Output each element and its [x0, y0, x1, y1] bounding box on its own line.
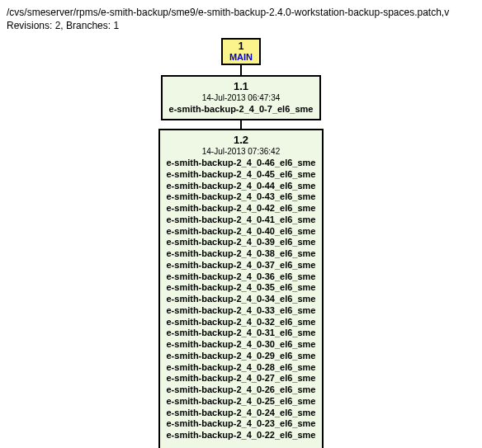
revision-tag: e-smith-backup-2_4_0-26_el6_sme: [167, 384, 316, 396]
branch-main-node: 1 MAIN: [221, 38, 261, 65]
revision-tag: e-smith-backup-2_4_0-39_el6_sme: [167, 237, 316, 248]
branch-number: 1: [229, 41, 253, 52]
file-path: /cvs/smeserver/rpms/e-smith-backup/sme9/…: [7, 7, 475, 18]
revision-tag-list: e-smith-backup-2_4_0-46_el6_smee-smith-b…: [167, 158, 316, 441]
revision-tag: e-smith-backup-2_4_0-38_el6_sme: [167, 248, 316, 260]
revision-tag: e-smith-backup-2_4_0-24_el6_sme: [167, 408, 316, 419]
revision-tag: e-smith-backup-2_4_0-37_el6_sme: [167, 260, 316, 271]
revision-tag: e-smith-backup-2_4_0-7_el6_sme: [169, 104, 314, 116]
revision-tag: e-smith-backup-2_4_0-29_el6_sme: [167, 351, 316, 362]
revision-tag: e-smith-backup-2_4_0-22_el6_sme: [167, 430, 316, 441]
revision-date: 14-Jul-2013 07:36:42: [167, 147, 316, 156]
revision-tag: e-smith-backup-2_4_0-34_el6_sme: [167, 294, 316, 305]
revision-tag: e-smith-backup-2_4_0-40_el6_sme: [167, 226, 316, 238]
revision-tag: e-smith-backup-2_4_0-28_el6_sme: [167, 362, 316, 374]
revision-tag: e-smith-backup-2_4_0-32_el6_sme: [167, 317, 316, 328]
revision-graph: 1 MAIN 1.1 14-Jul-2013 06:47:34 e-smith-…: [7, 38, 475, 448]
revision-tag: e-smith-backup-2_4_0-25_el6_sme: [167, 396, 316, 408]
revision-tag: e-smith-backup-2_4_0-27_el6_sme: [167, 373, 316, 384]
revision-1-2-node: 1.2 14-Jul-2013 07:36:42 e-smith-backup-…: [158, 129, 324, 448]
revision-title: 1.2: [167, 134, 316, 146]
connector: [240, 120, 242, 129]
revision-tag: e-smith-backup-2_4_0-46_el6_sme: [167, 158, 316, 169]
revision-tag: e-smith-backup-2_4_0-43_el6_sme: [167, 191, 316, 203]
revision-tag: e-smith-backup-2_4_0-42_el6_sme: [167, 203, 316, 215]
revision-tag: e-smith-backup-2_4_0-41_el6_sme: [167, 215, 316, 226]
revisions-meta: Revisions: 2, Branches: 1: [7, 20, 475, 31]
revision-tag: e-smith-backup-2_4_0-45_el6_sme: [167, 169, 316, 181]
revision-tag: e-smith-backup-2_4_0-23_el6_sme: [167, 418, 316, 430]
revision-1-1-node: 1.1 14-Jul-2013 06:47:34 e-smith-backup-…: [161, 75, 322, 120]
revision-tag: e-smith-backup-2_4_0-33_el6_sme: [167, 305, 316, 317]
revision-date: 14-Jul-2013 06:47:34: [169, 93, 314, 102]
branch-label: MAIN: [229, 52, 253, 62]
ellipsis: ...: [167, 443, 316, 448]
revision-title: 1.1: [169, 80, 314, 92]
connector: [240, 65, 242, 75]
revision-tag: e-smith-backup-2_4_0-44_el6_sme: [167, 181, 316, 192]
revision-tag: e-smith-backup-2_4_0-36_el6_sme: [167, 271, 316, 283]
revision-tag: e-smith-backup-2_4_0-35_el6_sme: [167, 282, 316, 294]
revision-tag: e-smith-backup-2_4_0-31_el6_sme: [167, 328, 316, 339]
revision-tag: e-smith-backup-2_4_0-30_el6_sme: [167, 339, 316, 351]
